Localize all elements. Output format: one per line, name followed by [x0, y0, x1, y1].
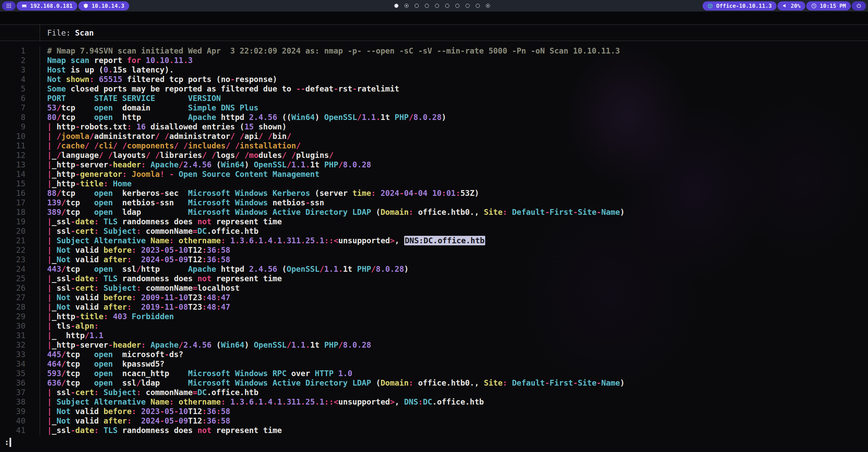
terminal-window: File: Scan 1# Nmap 7.94SVN scan initiate… [0, 24, 868, 452]
code-line: 12|_/language/ /layouts/ /libraries/ /lo… [0, 151, 868, 160]
code-text: |_Not valid after: 2024-05-09T12:36:58 [40, 255, 230, 265]
code-text: |_ssl-date: TLS randomness does not repr… [40, 217, 282, 227]
workspace-dot-7[interactable] [455, 4, 459, 8]
app-grid-button[interactable] [2, 1, 16, 11]
code-line: 32|_http-server-header: Apache/2.4.56 (W… [0, 341, 868, 350]
cube-icon [707, 3, 713, 9]
network-cluster: 192.168.0.181 10.10.14.3 [2, 1, 129, 11]
target-indicator[interactable]: Office-10.10.11.3 [703, 1, 776, 11]
workspace-dot-9[interactable] [476, 4, 480, 8]
pager-prompt[interactable]: : [0, 437, 868, 447]
line-number: 4 [0, 75, 40, 84]
line-number: 6 [0, 94, 40, 103]
lan-ip-indicator[interactable]: 192.168.0.181 [17, 1, 77, 11]
target-label: Office-10.10.11.3 [716, 3, 772, 9]
code-line: 37| ssl-cert: Subject: commonName=DC.off… [0, 388, 868, 397]
lan-ip-label: 192.168.0.181 [30, 3, 73, 9]
line-number: 3 [0, 65, 40, 75]
code-text: |_Not valid after: 2024-05-09T12:36:58 [40, 416, 230, 426]
code-text: Some closed ports may be reported as fil… [40, 84, 399, 94]
status-cluster: Office-10.10.11.3 20% 10:15 PM [703, 1, 866, 11]
workspace-dot-2[interactable] [405, 4, 409, 8]
workspace-dot-1[interactable] [394, 4, 398, 8]
line-number: 31 [0, 331, 40, 341]
file-name: Scan [75, 28, 94, 37]
line-number: 14 [0, 170, 40, 179]
code-text: | ssl-cert: Subject: commonName=localhos… [40, 284, 240, 293]
line-number: 12 [0, 151, 40, 160]
code-text: |_ http/1.1 [40, 331, 103, 341]
code-text: 445/tcp open microsoft-ds? [40, 350, 183, 359]
line-number: 39 [0, 407, 40, 416]
code-line: 3Host is up (0.15s latency). [0, 65, 868, 75]
workspace-dot-5[interactable] [435, 4, 439, 8]
line-number: 34 [0, 359, 40, 369]
line-number: 19 [0, 217, 40, 227]
code-line: 35593/tcp open ncacn_http Microsoft Wind… [0, 369, 868, 378]
power-button[interactable] [852, 1, 866, 11]
code-line: 10| /joomla/administrator/ /administrato… [0, 132, 868, 141]
code-line: 22| Not valid before: 2023-05-10T12:36:5… [0, 246, 868, 255]
code-text: | Not valid before: 2023-05-10T12:36:58 [40, 407, 230, 416]
line-number: 26 [0, 284, 40, 293]
clock-label: 10:15 PM [820, 3, 846, 9]
code-line: 14|_http-generator: Joomla! - Open Sourc… [0, 170, 868, 179]
clock-icon [811, 3, 817, 9]
workspace-dot-4[interactable] [425, 4, 429, 8]
code-text: 389/tcp open ldap Microsoft Windows Acti… [40, 208, 625, 217]
code-text: |_http-generator: Joomla! - Open Source … [40, 170, 319, 179]
code-text: 53/tcp open domain Simple DNS Plus [40, 103, 258, 113]
code-line: 33445/tcp open microsoft-ds? [0, 350, 868, 359]
workspace-dot-8[interactable] [466, 4, 470, 8]
line-number: 29 [0, 312, 40, 322]
code-text: |_http-server-header: Apache/2.4.56 (Win… [40, 160, 371, 170]
volume-indicator[interactable]: 20% [777, 1, 805, 11]
code-line: 880/tcp open http Apache httpd 2.4.56 ((… [0, 113, 868, 122]
code-line: 30| tls-alpn: [0, 322, 868, 331]
code-text: 593/tcp open ncacn_http Microsoft Window… [40, 369, 352, 378]
line-number: 15 [0, 179, 40, 189]
workspace-dot-6[interactable] [445, 4, 449, 8]
code-text: PORT STATE SERVICE VERSION [40, 94, 221, 103]
code-text: |_ssl-date: TLS randomness does not repr… [40, 274, 282, 284]
code-text: |_Not valid after: 2019-11-08T23:48:47 [40, 303, 230, 312]
code-text: |_/language/ /layouts/ /libraries/ /logs… [40, 151, 334, 160]
line-number: 18 [0, 208, 40, 217]
code-text: | Subject Alternative Name: othername: 1… [40, 397, 484, 407]
code-text: Not shown: 65515 filtered tcp ports (no-… [40, 75, 277, 84]
workspace-dot-3[interactable] [415, 4, 419, 8]
code-text: | http-robots.txt: 16 disallowed entries… [40, 122, 287, 132]
code-line: 2Nmap scan report for 10.10.11.3 [0, 56, 868, 65]
code-text: |_ssl-date: TLS randomness does not repr… [40, 426, 282, 435]
code-line: 20| ssl-cert: Subject: commonName=DC.off… [0, 227, 868, 236]
code-line: 36636/tcp open ssl/ldap Microsoft Window… [0, 378, 868, 388]
code-text: 88/tcp open kerberos-sec Microsoft Windo… [40, 189, 479, 198]
code-line: 23|_Not valid after: 2024-05-09T12:36:58 [0, 255, 868, 265]
prompt-colon: : [4, 438, 9, 447]
code-text: | Not valid before: 2009-11-10T23:48:47 [40, 293, 230, 303]
code-text: | ssl-cert: Subject: commonName=DC.offic… [40, 388, 258, 397]
line-number: 20 [0, 227, 40, 236]
code-text: 80/tcp open http Apache httpd 2.4.56 ((W… [40, 113, 446, 122]
code-text: # Nmap 7.94SVN scan initiated Wed Apr 3 … [40, 46, 620, 56]
line-number: 37 [0, 388, 40, 397]
clock-indicator[interactable]: 10:15 PM [806, 1, 851, 11]
workspace-dot-10[interactable] [486, 4, 490, 8]
top-bar: 192.168.0.181 10.10.14.3 Office-10.10.11… [0, 0, 868, 12]
code-line: 31|_ http/1.1 [0, 331, 868, 341]
code-line: 28|_Not valid after: 2019-11-08T23:48:47 [0, 303, 868, 312]
code-line: 21| Subject Alternative Name: othername:… [0, 236, 868, 246]
code-line: 1688/tcp open kerberos-sec Microsoft Win… [0, 189, 868, 198]
code-line: 11| /cache/ /cli/ /components/ /includes… [0, 141, 868, 151]
line-number: 7 [0, 103, 40, 113]
line-number: 28 [0, 303, 40, 312]
line-number: 36 [0, 378, 40, 388]
scan-output: 1# Nmap 7.94SVN scan initiated Wed Apr 3… [0, 41, 868, 435]
line-number: 35 [0, 369, 40, 378]
vpn-ip-indicator[interactable]: 10.10.14.3 [78, 1, 129, 11]
line-number: 9 [0, 122, 40, 132]
line-number: 8 [0, 113, 40, 122]
line-number: 16 [0, 189, 40, 198]
code-line: 38| Subject Alternative Name: othername:… [0, 397, 868, 407]
code-line: 9| http-robots.txt: 16 disallowed entrie… [0, 122, 868, 132]
